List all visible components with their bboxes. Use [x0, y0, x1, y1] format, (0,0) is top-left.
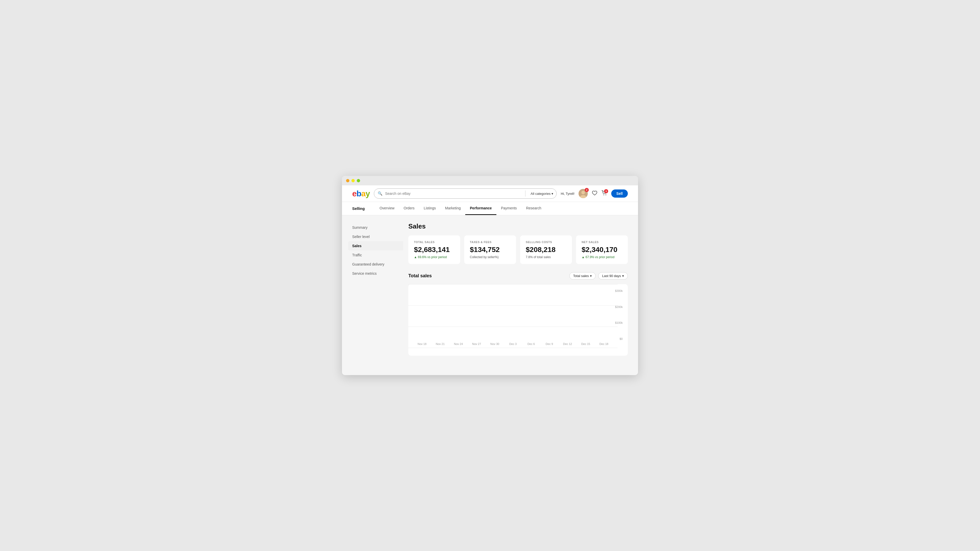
chevron-down-icon: ▾ [590, 274, 592, 278]
x-label-dec9: Dec 9 [541, 342, 558, 346]
metric-label-selling-costs: SELLLING COSTS [526, 240, 566, 244]
logo-a: a [361, 189, 366, 198]
x-label-nov21: Nov 21 [431, 342, 449, 346]
x-label-dec3: Dec 3 [504, 342, 522, 346]
ebay-logo[interactable]: ebay [352, 189, 370, 198]
metric-card-total-sales: TOTAL SALES $2,683,141 ▲ 69.6% vs prior … [408, 236, 460, 264]
cart-badge: 3 [604, 189, 608, 193]
chevron-down-icon: ▾ [552, 192, 553, 196]
x-label-dec18: Dec 18 [595, 342, 612, 346]
metric-card-selling-costs: SELLLING COSTS $208,218 7.8% of total sa… [520, 236, 572, 264]
chart-controls: Total sales ▾ Last 90 days ▾ [570, 272, 628, 280]
nav-item-payments[interactable]: Payments [496, 202, 522, 215]
metric-value-taxes-fees: $134,752 [470, 245, 511, 254]
selling-label: Selling [352, 202, 365, 215]
sell-button[interactable]: Sell [611, 190, 628, 197]
nav-item-listings[interactable]: Listings [419, 202, 440, 215]
chart-period-label: Last 90 days [602, 274, 621, 278]
sidebar-item-traffic[interactable]: Traffic [352, 250, 403, 260]
x-labels: Nov 18 Nov 21 Nov 24 Nov 27 Nov 30 Dec 3… [414, 342, 623, 346]
sidebar-item-seller-level[interactable]: Seller level [352, 232, 403, 241]
metric-value-net-sales: $2,340,170 [582, 245, 622, 254]
chart-area: $300k $200k $100k $0 Nov 18 Nov 21 Nov 2… [408, 284, 628, 356]
y-label-0: $0 [615, 337, 623, 340]
nav-items: Overview Orders Listings Marketing Perfo… [375, 202, 546, 215]
main-layout: Summary Seller level Sales Traffic Guara… [342, 215, 638, 368]
chart-header: Total sales Total sales ▾ Last 90 days ▾ [408, 272, 628, 280]
y-label-200k: $200k [615, 306, 623, 309]
metric-label-total-sales: TOTAL SALES [414, 240, 455, 244]
svg-point-3 [604, 194, 605, 195]
content-area: Sales TOTAL SALES $2,683,141 ▲ 69.6% vs … [403, 215, 638, 368]
metrics-row: TOTAL SALES $2,683,141 ▲ 69.6% vs prior … [408, 236, 628, 264]
y-label-100k: $100k [615, 321, 623, 324]
browser-dot-red[interactable] [346, 179, 349, 182]
metric-sub-net-sales: ▲ 67.9% vs prior period [582, 255, 622, 259]
x-label-dec6: Dec 6 [523, 342, 540, 346]
notification-badge: 2 [585, 188, 589, 192]
sidebar-item-service-metrics[interactable]: Service metrics [352, 269, 403, 278]
search-icon: 🔍 [374, 191, 385, 196]
nav-item-research[interactable]: Research [522, 202, 546, 215]
sidebar-item-sales[interactable]: Sales [348, 241, 403, 250]
logo-e: e [352, 189, 356, 198]
page-title: Sales [408, 222, 628, 230]
sidebar-item-summary[interactable]: Summary [352, 223, 403, 232]
y-axis: $300k $200k $100k $0 [615, 289, 623, 340]
metric-label-taxes-fees: TAXES & FEES [470, 240, 511, 244]
x-label-nov24: Nov 24 [450, 342, 467, 346]
metric-card-net-sales: NET SALES $2,340,170 ▲ 67.9% vs prior pe… [576, 236, 628, 264]
heart-icon [592, 191, 597, 196]
logo-b: b [356, 189, 361, 198]
x-label-nov27: Nov 27 [468, 342, 485, 346]
metric-sub-taxes-fees: Collected by seller%) [470, 255, 511, 259]
svg-point-1 [581, 191, 585, 194]
browser-window: ebay 🔍 All categories ▾ Hi, Tyrell! [342, 176, 638, 375]
cart-button[interactable]: 3 [601, 190, 607, 197]
chart-metric-label: Total sales [573, 274, 589, 278]
metric-card-taxes-fees: TAXES & FEES $134,752 Collected by selle… [464, 236, 516, 264]
user-greeting: Hi, Tyrell! [561, 192, 574, 196]
browser-dot-green[interactable] [357, 179, 360, 182]
x-label-dec15: Dec 15 [577, 342, 594, 346]
grid-line-0 [408, 348, 617, 348]
x-label-nov30: Nov 30 [486, 342, 503, 346]
chart-period-dropdown[interactable]: Last 90 days ▾ [598, 272, 628, 280]
x-label-nov18: Nov 18 [414, 342, 431, 346]
chart-section: Total sales Total sales ▾ Last 90 days ▾ [408, 272, 628, 356]
bars-container [414, 289, 623, 340]
sidebar: Summary Seller level Sales Traffic Guara… [342, 215, 403, 368]
metric-sub-total-sales: ▲ 69.6% vs prior period [414, 255, 455, 259]
metric-value-selling-costs: $208,218 [526, 245, 566, 254]
chevron-down-icon: ▾ [622, 274, 624, 278]
y-label-300k: $300k [615, 289, 623, 292]
search-category-dropdown[interactable]: All categories ▾ [528, 192, 556, 196]
x-label-dec12: Dec 12 [559, 342, 576, 346]
logo-y: y [366, 189, 370, 198]
chart-metric-dropdown[interactable]: Total sales ▾ [570, 272, 596, 280]
svg-point-4 [606, 194, 606, 195]
sidebar-item-guaranteed-delivery[interactable]: Guaranteed delivery [352, 260, 403, 269]
nav-item-overview[interactable]: Overview [375, 202, 399, 215]
metric-label-net-sales: NET SALES [582, 240, 622, 244]
nav-item-marketing[interactable]: Marketing [441, 202, 465, 215]
avatar-wrap[interactable]: 2 [579, 189, 588, 198]
header-actions: Hi, Tyrell! 2 [561, 189, 628, 198]
nav-item-performance[interactable]: Performance [465, 202, 496, 215]
search-bar[interactable]: 🔍 All categories ▾ [374, 188, 557, 199]
search-category-label: All categories [531, 192, 550, 196]
selling-nav: Selling Overview Orders Listings Marketi… [342, 202, 638, 215]
metric-value-total-sales: $2,683,141 [414, 245, 455, 254]
browser-dot-yellow[interactable] [352, 179, 355, 182]
metric-sub-selling-costs: 7.8% of total sales [526, 255, 566, 259]
search-input[interactable] [385, 191, 523, 196]
nav-item-orders[interactable]: Orders [399, 202, 419, 215]
chart-title: Total sales [408, 273, 432, 279]
wishlist-button[interactable] [592, 191, 597, 197]
ebay-header: ebay 🔍 All categories ▾ Hi, Tyrell! [342, 185, 638, 202]
browser-chrome [342, 176, 638, 185]
